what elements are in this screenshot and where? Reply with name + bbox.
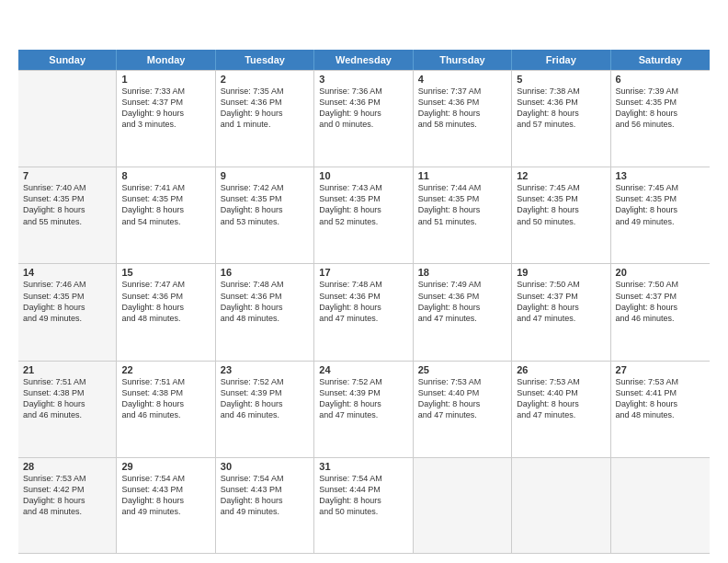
cell-info-line: Sunrise: 7:53 AM <box>616 376 705 387</box>
cell-info-line: and 48 minutes. <box>616 409 705 420</box>
calendar-cell <box>414 458 512 553</box>
day-number: 8 <box>121 170 210 181</box>
cell-info-line: Sunrise: 7:52 AM <box>319 376 407 387</box>
cell-info-line: and 0 minutes. <box>319 119 407 130</box>
calendar-cell: 24Sunrise: 7:52 AMSunset: 4:39 PMDayligh… <box>314 362 413 457</box>
cell-info-line: Daylight: 8 hours <box>319 204 407 215</box>
cell-info-line: and 55 minutes. <box>23 216 111 227</box>
cell-info-line: Sunset: 4:43 PM <box>121 484 210 495</box>
calendar-cell: 9Sunrise: 7:42 AMSunset: 4:35 PMDaylight… <box>216 167 314 263</box>
calendar-cell: 29Sunrise: 7:54 AMSunset: 4:43 PMDayligh… <box>117 458 215 553</box>
cell-info-line: Daylight: 8 hours <box>221 302 309 313</box>
cell-info-line: and 48 minutes. <box>121 313 210 324</box>
weekday-header-monday: Monday <box>117 50 215 70</box>
cell-info-line: and 47 minutes. <box>319 313 407 324</box>
cell-info-line: Daylight: 8 hours <box>319 302 407 313</box>
day-number: 4 <box>418 74 506 85</box>
cell-info-line: Sunset: 4:44 PM <box>319 484 407 495</box>
cell-info-line: Sunrise: 7:54 AM <box>319 473 407 484</box>
day-number: 22 <box>121 364 210 375</box>
calendar-cell: 11Sunrise: 7:44 AMSunset: 4:35 PMDayligh… <box>414 167 512 263</box>
cell-info-line: and 47 minutes. <box>517 313 605 324</box>
calendar-cell: 31Sunrise: 7:54 AMSunset: 4:44 PMDayligh… <box>314 458 413 553</box>
cell-info-line: Daylight: 8 hours <box>418 108 506 119</box>
calendar-cell: 16Sunrise: 7:48 AMSunset: 4:36 PMDayligh… <box>216 264 314 360</box>
day-number: 21 <box>23 364 111 375</box>
day-number: 11 <box>418 170 506 181</box>
cell-info-line: Sunset: 4:36 PM <box>319 291 407 302</box>
cell-info-line: Sunset: 4:38 PM <box>121 387 210 398</box>
cell-info-line: Sunrise: 7:38 AM <box>517 86 605 97</box>
cell-info-line: Sunset: 4:35 PM <box>23 193 111 204</box>
cell-info-line: Daylight: 9 hours <box>221 108 309 119</box>
calendar-cell: 17Sunrise: 7:48 AMSunset: 4:36 PMDayligh… <box>314 264 413 360</box>
calendar-row-2: 14Sunrise: 7:46 AMSunset: 4:35 PMDayligh… <box>18 263 710 360</box>
cell-info-line: and 49 minutes. <box>221 506 309 517</box>
day-number: 13 <box>616 170 705 181</box>
cell-info-line: Sunrise: 7:54 AM <box>121 473 210 484</box>
cell-info-line: and 47 minutes. <box>418 409 506 420</box>
cell-info-line: Sunrise: 7:42 AM <box>221 182 309 193</box>
calendar-cell: 30Sunrise: 7:54 AMSunset: 4:43 PMDayligh… <box>216 458 314 553</box>
logo-icon <box>18 17 44 42</box>
calendar-cell: 14Sunrise: 7:46 AMSunset: 4:35 PMDayligh… <box>18 264 117 360</box>
cell-info-line: Sunrise: 7:51 AM <box>121 376 210 387</box>
day-number: 29 <box>121 461 210 472</box>
cell-info-line: Sunset: 4:42 PM <box>23 484 111 495</box>
calendar-cell <box>611 458 710 553</box>
cell-info-line: and 47 minutes. <box>418 313 506 324</box>
cell-info-line: Daylight: 8 hours <box>319 495 407 506</box>
cell-info-line: and 56 minutes. <box>616 119 705 130</box>
calendar-cell: 22Sunrise: 7:51 AMSunset: 4:38 PMDayligh… <box>117 362 215 457</box>
cell-info-line: Sunrise: 7:44 AM <box>418 182 506 193</box>
cell-info-line: and 58 minutes. <box>418 119 506 130</box>
cell-info-line: Sunset: 4:35 PM <box>221 193 309 204</box>
cell-info-line: Sunrise: 7:50 AM <box>616 279 705 290</box>
cell-info-line: Daylight: 8 hours <box>418 398 506 409</box>
cell-info-line: and 47 minutes. <box>517 409 605 420</box>
cell-info-line: Daylight: 9 hours <box>121 108 210 119</box>
calendar-cell <box>512 458 610 553</box>
cell-info-line: Sunrise: 7:53 AM <box>23 473 111 484</box>
day-number: 27 <box>616 364 705 375</box>
calendar-cell: 10Sunrise: 7:43 AMSunset: 4:35 PMDayligh… <box>314 167 413 263</box>
cell-info-line: Sunrise: 7:51 AM <box>23 376 111 387</box>
day-number: 1 <box>121 74 210 85</box>
cell-info-line: and 47 minutes. <box>319 409 407 420</box>
cell-info-line: and 46 minutes. <box>121 409 210 420</box>
cell-info-line: Sunrise: 7:53 AM <box>517 376 605 387</box>
cell-info-line: and 53 minutes. <box>221 216 309 227</box>
logo <box>18 17 48 42</box>
day-number: 31 <box>319 461 407 472</box>
calendar-cell: 25Sunrise: 7:53 AMSunset: 4:40 PMDayligh… <box>414 362 512 457</box>
cell-info-line: Sunset: 4:36 PM <box>418 291 506 302</box>
cell-info-line: Sunset: 4:41 PM <box>616 387 705 398</box>
calendar: SundayMondayTuesdayWednesdayThursdayFrid… <box>18 50 710 554</box>
day-number: 6 <box>616 74 705 85</box>
cell-info-line: Daylight: 8 hours <box>517 398 605 409</box>
cell-info-line: Daylight: 8 hours <box>319 398 407 409</box>
day-number: 17 <box>319 267 407 278</box>
cell-info-line: Sunrise: 7:39 AM <box>616 86 705 97</box>
cell-info-line: Daylight: 8 hours <box>616 108 705 119</box>
cell-info-line: Sunrise: 7:48 AM <box>221 279 309 290</box>
cell-info-line: Daylight: 8 hours <box>517 204 605 215</box>
day-number: 14 <box>23 267 111 278</box>
cell-info-line: Sunset: 4:35 PM <box>418 193 506 204</box>
calendar-cell: 2Sunrise: 7:35 AMSunset: 4:36 PMDaylight… <box>216 71 314 167</box>
cell-info-line: and 49 minutes. <box>121 506 210 517</box>
day-number: 15 <box>121 267 210 278</box>
cell-info-line: Sunrise: 7:36 AM <box>319 86 407 97</box>
calendar-cell: 26Sunrise: 7:53 AMSunset: 4:40 PMDayligh… <box>512 362 610 457</box>
cell-info-line: and 46 minutes. <box>616 313 705 324</box>
cell-info-line: Daylight: 8 hours <box>517 108 605 119</box>
cell-info-line: Sunset: 4:40 PM <box>418 387 506 398</box>
calendar-cell: 6Sunrise: 7:39 AMSunset: 4:35 PMDaylight… <box>611 71 710 167</box>
cell-info-line: Daylight: 8 hours <box>23 204 111 215</box>
weekday-header-friday: Friday <box>512 50 610 70</box>
day-number: 9 <box>221 170 309 181</box>
calendar-row-0: 1Sunrise: 7:33 AMSunset: 4:37 PMDaylight… <box>18 70 710 167</box>
cell-info-line: Daylight: 8 hours <box>418 302 506 313</box>
cell-info-line: Sunset: 4:35 PM <box>517 193 605 204</box>
calendar-cell: 18Sunrise: 7:49 AMSunset: 4:36 PMDayligh… <box>414 264 512 360</box>
